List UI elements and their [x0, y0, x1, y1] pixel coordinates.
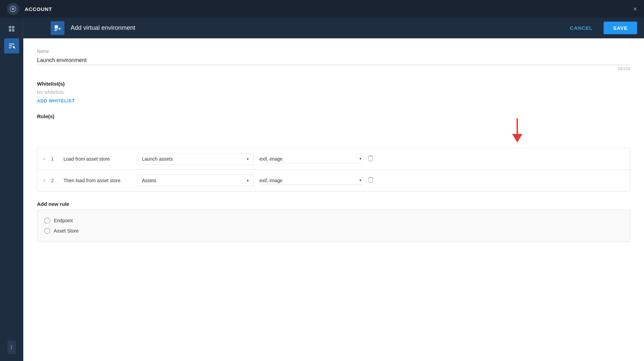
rules-table: ≡ 1 Load from asset store Launch assets …: [37, 148, 630, 191]
add-rule-title: Add new rule: [37, 201, 630, 207]
add-whitelist-button[interactable]: ADD WHITELIST: [37, 98, 75, 103]
name-input[interactable]: [37, 56, 630, 65]
page-title: Add virtual environment: [71, 24, 135, 32]
svg-rect-1: [9, 26, 11, 28]
layout: ┃ Add virtual environment CANCEL SAVE: [0, 18, 644, 361]
chevron-down-icon: ▼: [359, 157, 362, 161]
header-actions: CANCEL SAVE: [563, 22, 637, 34]
delete-rule-button[interactable]: [368, 176, 374, 185]
svg-marker-8: [512, 134, 522, 142]
whitelists-title: Whitelist(s): [37, 81, 630, 87]
sidebar-collapse-button[interactable]: ┃: [8, 340, 16, 354]
drag-handle-icon[interactable]: ≡: [43, 156, 46, 162]
arrow-annotation: [510, 119, 524, 144]
delete-rule-button[interactable]: [368, 155, 374, 163]
rule-row: ≡ 1 Load from asset store Launch assets …: [37, 148, 630, 170]
rule-description: Then load from asset store: [63, 178, 132, 183]
sidebar-item-virtual-env[interactable]: [4, 38, 19, 53]
rules-title: Rule(s): [37, 113, 630, 119]
svg-rect-6: [55, 25, 58, 28]
close-button[interactable]: ×: [633, 5, 637, 12]
store-select-value: Launch assets: [142, 156, 243, 162]
whitelists-section: Whitelist(s) No whitelists. ADD WHITELIS…: [37, 81, 630, 104]
svg-rect-3: [9, 29, 11, 32]
radio-endpoint-label: Endpoint: [54, 218, 73, 223]
add-rule-section: Add new rule Endpoint Asset Store: [37, 201, 630, 242]
drag-handle-icon[interactable]: ≡: [43, 178, 46, 183]
sidebar: ┃: [0, 18, 23, 361]
tags-select-2[interactable]: exif, image ▼: [259, 176, 362, 185]
svg-rect-4: [12, 29, 14, 32]
app-title: ACCOUNT: [25, 6, 52, 12]
radio-asset-store-label: Asset Store: [54, 228, 78, 234]
chevron-down-icon: ▼: [246, 179, 249, 183]
radio-circle-icon: [44, 217, 50, 224]
sub-header: Add virtual environment CANCEL SAVE: [23, 18, 644, 38]
tags-value: exif, image: [259, 156, 283, 162]
chevron-down-icon: ▼: [246, 157, 249, 161]
svg-rect-2: [12, 26, 14, 28]
account-icon: [7, 3, 19, 15]
main-content: Name 18/150 Whitelist(s) No whitelists. …: [23, 38, 644, 361]
rules-section: Rule(s) ≡ 1 Load from asset store: [37, 113, 630, 191]
cancel-button[interactable]: CANCEL: [563, 22, 599, 34]
name-label: Name: [37, 49, 630, 54]
form-icon: [51, 21, 64, 35]
rule-row: ≡ 2 Then load from asset store Assets ▼ …: [37, 170, 630, 191]
radio-asset-store[interactable]: Asset Store: [44, 226, 623, 236]
save-button[interactable]: SAVE: [604, 22, 637, 34]
store-select-2[interactable]: Assets ▼: [137, 175, 254, 186]
top-bar: ACCOUNT ×: [0, 0, 644, 18]
rule-description: Load from asset store: [63, 156, 132, 162]
chevron-down-icon: ▼: [359, 178, 362, 182]
tags-select-1[interactable]: exif, image ▼: [259, 155, 362, 163]
store-select-1[interactable]: Launch assets ▼: [137, 153, 254, 165]
tags-value: exif, image: [259, 178, 283, 183]
char-count: 18/150: [37, 66, 630, 71]
rule-number: 1: [51, 156, 58, 162]
sidebar-item-home[interactable]: [4, 21, 19, 36]
radio-circle-icon: [44, 228, 50, 234]
rule-number: 2: [51, 178, 58, 183]
radio-endpoint[interactable]: Endpoint: [44, 215, 623, 226]
name-field-group: Name 18/150: [37, 49, 630, 71]
no-whitelists-text: No whitelists.: [37, 89, 630, 95]
store-select-value: Assets: [142, 178, 243, 183]
add-rule-box: Endpoint Asset Store: [37, 210, 630, 242]
